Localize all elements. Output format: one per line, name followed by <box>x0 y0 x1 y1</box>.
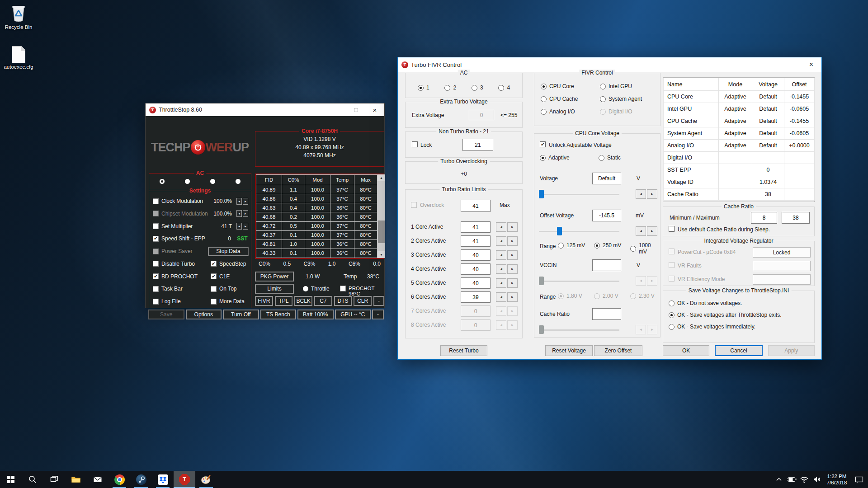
close-button[interactable]: × <box>801 57 821 72</box>
steam-button[interactable] <box>130 471 152 488</box>
chrome-button[interactable] <box>108 471 130 488</box>
checkbox[interactable]: ✔ <box>211 273 217 279</box>
reset-voltage-button[interactable]: Reset Voltage <box>545 345 593 356</box>
slider-thumb[interactable] <box>539 190 544 198</box>
spin-left-button[interactable]: ◄ <box>636 189 646 199</box>
cache-ratio-input[interactable] <box>592 308 621 320</box>
ac-option-radio[interactable]: 2 <box>444 84 456 91</box>
spin-right-button[interactable]: ► <box>507 236 518 246</box>
non-turbo-ratio-input[interactable] <box>462 139 493 151</box>
ac-profile-radio[interactable] <box>185 179 190 184</box>
hidden-icons-button[interactable] <box>773 471 785 488</box>
checkbox[interactable] <box>153 198 159 204</box>
battery-tray-button[interactable] <box>786 471 797 488</box>
table-scrollbar[interactable]: ▲ ▼ <box>377 174 385 258</box>
tpl-button[interactable]: TPL <box>275 296 293 306</box>
gpu-c-button[interactable]: GPU -- °C <box>335 310 371 319</box>
spin-left-button[interactable]: ◄ <box>636 226 646 236</box>
cache-min-input[interactable] <box>751 212 777 224</box>
range-radio[interactable]: 250 mV <box>594 242 621 249</box>
spin-right-button[interactable]: ► <box>507 292 518 302</box>
offset-voltage-input[interactable] <box>592 210 621 221</box>
ac-profile-radio[interactable] <box>236 179 241 184</box>
file-explorer-button[interactable] <box>65 471 87 488</box>
ac-profile-radio[interactable] <box>210 179 215 184</box>
zero-offset-button[interactable]: Zero Offset <box>594 345 642 356</box>
start-button[interactable] <box>0 471 22 488</box>
slider-thumb[interactable] <box>557 227 562 235</box>
save-option-radio[interactable]: OK - Save voltages immediately. <box>669 324 755 330</box>
default-cache-sleep-checkbox[interactable] <box>669 226 675 232</box>
spin-left-button[interactable]: ◄ <box>236 198 242 205</box>
ok-button[interactable]: OK <box>663 345 709 356</box>
spin-left-button[interactable]: ◄ <box>496 264 506 274</box>
spin-left-button[interactable]: ◄ <box>496 236 506 246</box>
spin-right-button[interactable]: ► <box>507 250 518 260</box>
cache-max-input[interactable] <box>782 212 810 224</box>
clr-button[interactable]: CLR <box>354 296 372 306</box>
paint-button[interactable] <box>195 471 217 488</box>
taskbar-search-button[interactable] <box>22 471 43 488</box>
bclk-button[interactable]: BCLK <box>294 296 312 306</box>
cancel-button[interactable]: Cancel <box>715 345 762 356</box>
ac-profile-radio[interactable] <box>160 179 165 184</box>
max-ratio-input[interactable] <box>461 200 491 212</box>
offset-slider[interactable] <box>539 227 619 236</box>
action-center-button[interactable] <box>851 471 867 488</box>
limits-button[interactable]: Limits <box>255 284 294 294</box>
checkbox[interactable] <box>211 286 217 292</box>
taskbar-clock[interactable]: 1:22 PM 7/6/2018 <box>824 473 850 486</box>
lock-checkbox[interactable] <box>412 141 418 147</box>
batt-100--button[interactable]: Batt 100% <box>297 310 334 319</box>
spin-right-button[interactable]: ► <box>647 189 657 199</box>
prochot-checkbox[interactable] <box>340 286 346 291</box>
core-ratio-input[interactable] <box>461 249 491 261</box>
task-view-button[interactable] <box>43 471 65 488</box>
checkbox[interactable] <box>211 299 217 305</box>
scroll-up-icon[interactable]: ▲ <box>377 174 385 181</box>
turn-off-button[interactable]: Turn Off <box>223 310 259 319</box>
fivr-control-radio[interactable]: CPU Core <box>541 83 574 89</box>
mail-button[interactable] <box>87 471 108 488</box>
save-option-radio[interactable]: OK - Do not save voltages. <box>669 300 742 306</box>
checkbox[interactable]: ✔ <box>153 273 159 279</box>
dropbox-button[interactable] <box>152 471 174 488</box>
throttlestop-taskbar-button[interactable]: T <box>174 471 195 488</box>
spin-left-button[interactable]: ◄ <box>236 223 242 230</box>
ac-option-radio[interactable]: 3 <box>472 84 483 91</box>
wifi-tray-button[interactable] <box>798 471 810 488</box>
reset-turbo-button[interactable]: Reset Turbo <box>440 345 487 356</box>
volume-tray-button[interactable] <box>811 471 823 488</box>
spin-left-button[interactable]: ◄ <box>496 250 506 260</box>
core-ratio-input[interactable] <box>461 291 491 303</box>
checkbox[interactable]: ✔ <box>153 236 159 242</box>
unlock-voltage-checkbox[interactable]: ✔ <box>540 141 546 147</box>
checkbox[interactable] <box>153 299 159 305</box>
scroll-down-icon[interactable]: ▼ <box>377 251 385 258</box>
minus-button[interactable]: - <box>372 310 384 319</box>
ts-bench-button[interactable]: TS Bench <box>260 310 297 319</box>
spin-right-button[interactable]: ► <box>243 198 248 205</box>
voltage-slider[interactable] <box>539 190 619 199</box>
core-ratio-input[interactable] <box>461 263 491 275</box>
desktop-icon-recycle-bin[interactable]: Recycle Bin <box>1 3 36 30</box>
ac-option-radio[interactable]: 1 <box>418 84 429 91</box>
close-button[interactable]: × <box>365 103 384 116</box>
adaptive-radio[interactable]: Adaptive <box>540 155 570 161</box>
ac-option-radio[interactable]: 4 <box>498 84 510 91</box>
checkbox[interactable] <box>153 286 159 292</box>
fivr-control-radio[interactable]: Analog I/O <box>541 108 575 115</box>
spin-left-button[interactable]: ◄ <box>496 292 506 302</box>
minimize-button[interactable] <box>327 103 346 116</box>
spin-right-button[interactable]: ► <box>647 226 657 236</box>
fivr-control-radio[interactable]: Intel GPU <box>600 83 632 89</box>
spin-right-button[interactable]: ► <box>507 264 518 274</box>
fivr-control-radio[interactable]: CPU Cache <box>541 96 578 102</box>
minus-button[interactable]: - <box>373 296 384 306</box>
pkg-power-button[interactable]: PKG Power <box>255 272 294 282</box>
scrollbar-thumb[interactable] <box>378 221 385 243</box>
spin-right-button[interactable]: ► <box>507 278 518 288</box>
voltage-input[interactable] <box>592 173 621 184</box>
vccin-input[interactable] <box>592 259 621 271</box>
range-radio[interactable]: 1000 mV <box>630 242 660 255</box>
